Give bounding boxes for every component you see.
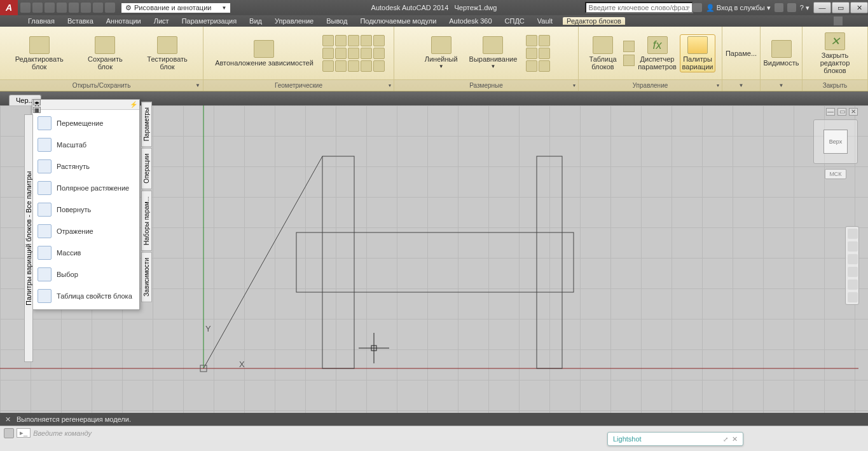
viewcube[interactable]: Верх — [813, 119, 858, 164]
palette-item-move[interactable]: Перемещение — [32, 112, 139, 134]
palette-menu-icon[interactable]: ⚡ — [130, 101, 137, 108]
qat-saveas-icon[interactable] — [57, 3, 67, 13]
search-input[interactable] — [585, 2, 693, 13]
test-block-button[interactable]: Тестировать блок — [138, 35, 196, 72]
nav-showmotion-icon[interactable] — [848, 279, 858, 290]
tab-insert[interactable]: Вставка — [65, 17, 96, 25]
side-tab-param-sets[interactable]: Наборы парам... — [141, 191, 152, 251]
save-block-button[interactable]: Сохранить блок — [79, 35, 132, 72]
geometric-constraints-grid[interactable] — [322, 35, 385, 72]
panel-title-open-save[interactable]: Открыть/Сохранить▼ — [0, 79, 203, 91]
qat-save-icon[interactable] — [45, 3, 55, 13]
auto-constrain-button[interactable]: Автоналожение зависимостей — [212, 39, 316, 68]
qat-open-icon[interactable] — [32, 3, 43, 13]
linear-button[interactable]: Линейный▼ — [422, 35, 460, 72]
param-manager-button[interactable]: fxДиспетчер параметров — [637, 35, 677, 72]
visibility-button[interactable]: Видимость — [764, 39, 799, 68]
close-block-editor-button[interactable]: ✕Закрыть редактор блоков — [809, 31, 861, 76]
maximize-button[interactable]: ▭ — [832, 2, 850, 13]
edit-block-button[interactable]: Редактировать блок — [6, 35, 72, 72]
edit-block-icon — [29, 36, 50, 54]
cmd-prompt-icon: ▸_ — [17, 428, 31, 438]
qat-plot-icon[interactable] — [69, 3, 79, 13]
block-table-button[interactable]: Таблица блоков — [585, 35, 621, 72]
qat-undo-icon[interactable] — [93, 3, 103, 13]
tab-plugins[interactable]: Подключаемые модули — [357, 17, 439, 25]
infocenter-icon[interactable] — [693, 3, 702, 12]
cmd-close-icon[interactable]: ✕ — [5, 415, 11, 424]
flip-icon — [38, 224, 52, 238]
tab-manage[interactable]: Управление — [272, 17, 316, 25]
palette-item-flip[interactable]: Отражение — [32, 220, 139, 242]
palette-item-array[interactable]: Массив — [32, 242, 139, 264]
qat-redo-icon[interactable] — [105, 3, 115, 13]
signin-button[interactable]: 👤 Вход в службы ▾ — [706, 4, 771, 12]
ucs-label[interactable]: МСК — [825, 169, 846, 179]
tab-block-editor[interactable]: Редактор блоков — [563, 17, 625, 25]
axis-y-label: Y — [205, 324, 211, 333]
tab-home[interactable]: Главная — [25, 17, 57, 25]
app-logo[interactable]: A — [0, 0, 18, 15]
nav-orbit-icon[interactable] — [848, 267, 858, 277]
nav-pan-icon[interactable] — [848, 241, 858, 252]
close-button[interactable]: ✕ — [850, 2, 868, 13]
ribbon-toggle-icon[interactable] — [834, 17, 843, 25]
lightshot-toast[interactable]: Lightshot ⤢ ✕ — [607, 432, 743, 446]
panel-drop-2[interactable]: ▼ — [761, 79, 802, 91]
visibility-icon — [771, 40, 792, 58]
panel-title-geometric[interactable]: Геометрические▾ — [203, 79, 394, 91]
svg-rect-3 — [322, 156, 354, 368]
tab-layout[interactable]: Лист — [151, 17, 172, 25]
window-controls: — ▭ ✕ — [813, 2, 868, 13]
align-button[interactable]: Выравнивание▼ — [467, 35, 520, 72]
parameters-dropdown[interactable]: Параме... — [726, 50, 757, 57]
side-tab-parameters[interactable]: Параметры — [141, 102, 152, 147]
panel-title-manage[interactable]: Управление▾ — [579, 79, 722, 91]
mgmt-small-2[interactable] — [623, 55, 635, 66]
side-tab-actions[interactable]: Операции — [141, 148, 152, 189]
viewport-window-controls: — ▭ ✕ — [826, 108, 858, 116]
vp-close-icon[interactable]: ✕ — [849, 108, 858, 116]
mgmt-small-1[interactable] — [623, 41, 635, 52]
help-icon[interactable] — [787, 3, 796, 12]
panel-drop-1[interactable]: ▼ — [722, 79, 760, 91]
linear-icon — [431, 36, 451, 54]
nav-extra-icon[interactable] — [848, 292, 858, 302]
workspace-selector[interactable]: ⚙ Рисование и аннотации ▼ — [121, 3, 230, 13]
minimize-button[interactable]: — — [813, 2, 831, 13]
authoring-palettes-button[interactable]: Палитры вариации — [680, 34, 715, 72]
panel-title-dimensional[interactable]: Размерные▾ — [394, 79, 578, 91]
nav-zoom-icon[interactable] — [848, 254, 858, 264]
help-dropdown-icon[interactable]: ? ▾ — [800, 4, 809, 12]
palette-item-polar-stretch[interactable]: Полярное растяжение — [32, 177, 139, 199]
nav-wheel-icon[interactable] — [848, 229, 858, 239]
tab-view[interactable]: Вид — [247, 17, 265, 25]
pin-icon[interactable]: ⤢ — [723, 436, 728, 443]
tab-a360[interactable]: Autodesk 360 — [446, 17, 494, 25]
palette-dock-handle[interactable]: ◂▸▦ — [33, 99, 42, 114]
palette-item-rotate[interactable]: Повернуть — [32, 199, 139, 220]
tab-output[interactable]: Вывод — [324, 17, 350, 25]
palette-title-bar[interactable]: Палитры вариаций блоков - Все палитры — [24, 114, 33, 362]
qat-print-icon[interactable] — [81, 3, 91, 13]
tab-annotate[interactable]: Аннотации — [104, 17, 144, 25]
chevron-down-icon: ▼ — [221, 5, 226, 11]
viewcube-face[interactable]: Верх — [823, 130, 848, 154]
dimensional-extra[interactable] — [526, 35, 550, 72]
polar-stretch-icon — [38, 181, 52, 195]
palette-item-lookup[interactable]: Выбор — [32, 264, 139, 285]
cmd-tool-icon[interactable] — [4, 428, 14, 438]
vp-minimize-icon[interactable]: — — [826, 108, 835, 116]
qat-new-icon[interactable] — [20, 3, 31, 13]
side-tab-constraints[interactable]: Зависимости — [141, 252, 152, 302]
palette-item-block-props-table[interactable]: Таблица свойств блока — [32, 285, 139, 307]
palette-item-stretch[interactable]: Растянуть — [32, 156, 139, 177]
vp-restore-icon[interactable]: ▭ — [837, 108, 846, 116]
auto-constrain-icon — [254, 40, 274, 58]
palette-item-scale[interactable]: Масштаб — [32, 134, 139, 156]
tab-parametric[interactable]: Параметризация — [179, 17, 239, 25]
tab-vault[interactable]: Vault — [535, 17, 555, 25]
tab-spds[interactable]: СПДС — [502, 17, 527, 25]
toast-close-icon[interactable]: ✕ — [732, 435, 738, 443]
exchange-icon[interactable] — [775, 3, 783, 12]
